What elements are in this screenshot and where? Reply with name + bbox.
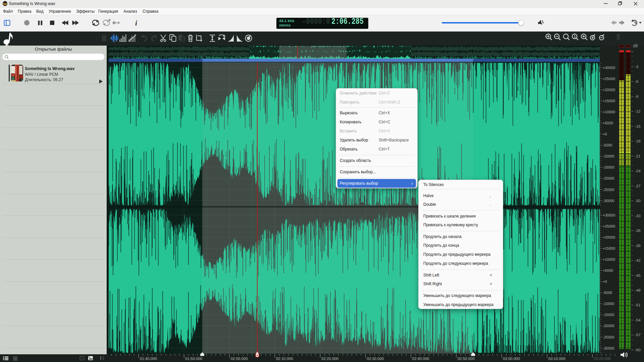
svg-text:-27: -27 — [635, 184, 641, 188]
svg-text:+5000: +5000 — [603, 268, 613, 273]
svg-text:+30000: +30000 — [603, 66, 615, 70]
svg-text:03:00.000: 03:00.000 — [503, 357, 520, 361]
svg-text:-18: -18 — [635, 139, 641, 143]
svg-text:-15: -15 — [635, 124, 641, 128]
svg-text:-25000: -25000 — [603, 335, 614, 339]
svg-text:-45: -45 — [635, 274, 641, 278]
svg-text:-10000: -10000 — [603, 302, 614, 306]
svg-text:01:50.000: 01:50.000 — [185, 357, 202, 361]
svg-text:-33: -33 — [635, 214, 641, 218]
svg-text:-20000: -20000 — [603, 176, 614, 180]
svg-text:-42: -42 — [635, 258, 641, 262]
svg-text:-24: -24 — [635, 169, 641, 173]
svg-text:02:40.000: 02:40.000 — [412, 357, 429, 361]
svg-text:+0: +0 — [603, 280, 607, 284]
svg-text:02:10.000: 02:10.000 — [276, 357, 293, 361]
svg-text:03:10.000: 03:10.000 — [548, 357, 566, 361]
svg-text:+20000: +20000 — [603, 88, 615, 92]
svg-text:+10000: +10000 — [603, 110, 615, 114]
svg-text:-60: -60 — [635, 348, 641, 352]
svg-text:i: i — [135, 19, 137, 27]
svg-text:01:40.000: 01:40.000 — [140, 357, 157, 361]
svg-text:dB: dB — [633, 44, 638, 48]
svg-text:+5000: +5000 — [603, 121, 613, 125]
svg-text:-57: -57 — [635, 333, 641, 337]
svg-text:02:50.000: 02:50.000 — [458, 357, 475, 361]
svg-text:-5000: -5000 — [603, 143, 612, 147]
svg-text:1: 1 — [574, 35, 576, 39]
svg-text:-12: -12 — [635, 109, 641, 113]
svg-text:+15000: +15000 — [603, 99, 615, 103]
svg-text:-30: -30 — [635, 199, 641, 203]
svg-text:-48: -48 — [635, 288, 641, 292]
svg-text:02:00.000: 02:00.000 — [230, 357, 248, 361]
svg-text:-5000: -5000 — [603, 291, 612, 295]
svg-text:-15000: -15000 — [603, 165, 614, 169]
svg-text:02:20.000: 02:20.000 — [321, 357, 338, 361]
svg-text:-25000: -25000 — [603, 188, 614, 192]
svg-text:+25000: +25000 — [603, 77, 615, 81]
svg-text:-6: -6 — [635, 79, 638, 83]
svg-text:-20000: -20000 — [603, 324, 614, 328]
svg-text:02:30.000: 02:30.000 — [367, 357, 384, 361]
svg-text:-54: -54 — [635, 318, 641, 322]
svg-text:-21: -21 — [635, 154, 641, 158]
svg-text:-30000: -30000 — [603, 346, 614, 350]
svg-text:-10000: -10000 — [603, 154, 614, 158]
svg-text:+25000: +25000 — [603, 224, 615, 228]
svg-text:-36: -36 — [635, 229, 641, 233]
svg-text:+20000: +20000 — [603, 235, 615, 239]
svg-text:-51: -51 — [635, 303, 641, 307]
svg-text:03:20.000: 03:20.000 — [594, 357, 611, 361]
svg-text:-30000: -30000 — [603, 199, 614, 203]
svg-text:+10000: +10000 — [603, 257, 615, 261]
svg-text:+0: +0 — [603, 132, 607, 136]
svg-text:+15000: +15000 — [603, 246, 615, 250]
svg-text:+30000: +30000 — [603, 213, 615, 217]
svg-text:-39: -39 — [635, 244, 641, 248]
svg-text:-3: -3 — [635, 65, 638, 69]
svg-text:-9: -9 — [635, 95, 638, 99]
svg-text:-15000: -15000 — [603, 313, 614, 317]
